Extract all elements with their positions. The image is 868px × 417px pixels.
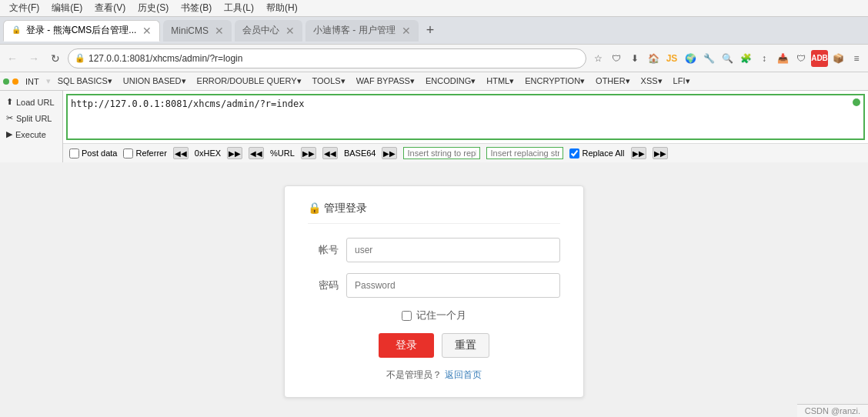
- tab-member[interactable]: 会员中心 ✕: [235, 20, 302, 42]
- menu-tools[interactable]: 工具(L): [218, 2, 260, 15]
- hackbar-sql-basics[interactable]: SQL BASICS▾: [54, 75, 116, 87]
- arrow-replace-1[interactable]: ▶▶: [631, 147, 646, 159]
- bottom-text: CSDN @ranzi.: [805, 406, 860, 413]
- arrow-right-b64[interactable]: ▶▶: [382, 147, 397, 159]
- login-button[interactable]: 登录: [379, 333, 434, 358]
- security-icon2[interactable]: 🛡: [793, 50, 810, 67]
- address-box[interactable]: 🔒 127.0.0.1:8081/xhcms/admin/?r=login: [68, 48, 586, 68]
- reset-button[interactable]: 重置: [442, 333, 489, 358]
- execute-button[interactable]: ▶ Execute: [0, 126, 62, 142]
- hackbar-int[interactable]: INT: [22, 76, 43, 87]
- menu-bar: 文件(F) 编辑(E) 查看(V) 历史(S) 书签(B) 工具(L) 帮助(H…: [0, 0, 868, 17]
- username-input[interactable]: [346, 238, 560, 262]
- load-url-button[interactable]: ⬆ Load URL: [0, 94, 62, 110]
- arrow-right-url[interactable]: ▶▶: [301, 147, 316, 159]
- hackbar-indicator: [853, 98, 860, 106]
- menu-edit[interactable]: 编辑(E): [45, 2, 88, 15]
- remember-checkbox[interactable]: [402, 311, 412, 321]
- earth-icon[interactable]: 🌍: [682, 50, 699, 67]
- bookmark-icon[interactable]: ☆: [589, 50, 606, 67]
- split-url-button[interactable]: ✂ Split URL: [0, 110, 62, 126]
- hackbar-url-area[interactable]: http://127.0.0.1:8081/xhcms/admin/?r=ind…: [66, 94, 865, 140]
- referrer-checkbox[interactable]: [123, 148, 133, 158]
- tab-minicms[interactable]: MiniCMS ✕: [163, 20, 232, 42]
- pocket-icon[interactable]: 📥: [774, 50, 791, 67]
- post-data-checkbox[interactable]: [69, 148, 79, 158]
- replace-string-field[interactable]: [486, 147, 563, 159]
- execute-label: Execute: [15, 130, 46, 139]
- menu-history[interactable]: 历史(S): [132, 2, 175, 15]
- arrow-replace-2[interactable]: ▶▶: [653, 147, 668, 159]
- password-input[interactable]: [346, 273, 560, 298]
- hex-label: 0xHEX: [195, 148, 221, 158]
- replace-all-checkbox[interactable]: [569, 148, 579, 158]
- replace-all-option[interactable]: Replace All: [569, 148, 624, 158]
- username-label: 帐号: [308, 243, 339, 257]
- hackbar-html[interactable]: HTML▾: [482, 75, 518, 87]
- menu-view[interactable]: 查看(V): [88, 2, 132, 15]
- hackbar-options: Post data Referrer ◀◀ 0xHEX ▶▶ ◀◀ %URL ▶…: [63, 143, 868, 162]
- hackbar-panel: ⬆ Load URL ✂ Split URL ▶ Execute http://…: [0, 91, 868, 162]
- menu-bookmarks[interactable]: 书签(B): [175, 2, 218, 15]
- tab-close-blog[interactable]: ✕: [402, 25, 411, 37]
- arrow-left-b64[interactable]: ◀◀: [322, 147, 338, 159]
- hackbar-tools[interactable]: TOOLS▾: [309, 75, 349, 87]
- remember-label: 记住一个月: [416, 309, 466, 322]
- sync-icon[interactable]: ↕: [756, 50, 773, 67]
- footer-text: 不是管理员？: [386, 369, 442, 380]
- toolbar-icons: ☆ 🛡 ⬇ 🏠 JS 🌍 🔧 🔍 🧩 ↕ 📥 🛡 ADB 📦 ≡: [589, 50, 865, 67]
- more-icon[interactable]: ≡: [848, 50, 865, 67]
- login-box: 🔒 管理登录 帐号 密码 记住一个月 登录 重置 不是管理员？ 返回首页: [284, 185, 584, 398]
- container-icon[interactable]: 📦: [830, 50, 846, 67]
- tab-close-xcms[interactable]: ✕: [142, 25, 152, 37]
- hackbar-xss[interactable]: XSS▾: [637, 75, 666, 87]
- shield-icon[interactable]: 🛡: [608, 50, 625, 67]
- tab-favicon-xcms: 🔒: [12, 25, 22, 36]
- address-bar-area: ← → ↻ 🔒 127.0.0.1:8081/xhcms/admin/?r=lo…: [0, 45, 868, 72]
- insert-string-field[interactable]: [403, 147, 480, 159]
- password-label: 密码: [308, 279, 339, 292]
- menu-file[interactable]: 文件(F): [3, 2, 45, 15]
- hackbar-union[interactable]: UNION BASED▾: [119, 75, 190, 87]
- refresh-button[interactable]: ↻: [46, 49, 65, 68]
- login-title: 🔒 管理登录: [308, 202, 560, 224]
- button-row: 登录 重置: [308, 333, 560, 358]
- hackbar-waf[interactable]: WAF BYPASS▾: [352, 75, 419, 87]
- referrer-option[interactable]: Referrer: [123, 148, 166, 158]
- replace-all-label: Replace All: [582, 148, 624, 158]
- forward-button[interactable]: →: [25, 49, 43, 68]
- home-icon[interactable]: 🏠: [645, 50, 662, 67]
- tab-xcms[interactable]: 🔒 登录 - 熊海CMS后台管理... ✕: [3, 20, 160, 42]
- download-icon[interactable]: ⬇: [626, 50, 643, 67]
- split-url-label: Split URL: [16, 114, 52, 123]
- footer-link[interactable]: 返回首页: [445, 369, 482, 380]
- tab-label-minicms: MiniCMS: [171, 25, 209, 36]
- username-row: 帐号: [308, 238, 560, 262]
- post-data-label: Post data: [82, 148, 117, 158]
- hackbar-lfi[interactable]: LFI▾: [669, 75, 694, 87]
- hackbar-url-text: http://127.0.0.1:8081/xhcms/admin/?r=ind…: [71, 98, 304, 109]
- new-tab-button[interactable]: +: [422, 22, 439, 38]
- extension-icon[interactable]: 🔧: [700, 50, 717, 67]
- tab-blog[interactable]: 小迪博客 - 用户管理 ✕: [305, 20, 419, 42]
- hackbar-main: http://127.0.0.1:8081/xhcms/admin/?r=ind…: [63, 91, 868, 162]
- hackbar-other[interactable]: OTHER▾: [592, 75, 634, 87]
- menu-help[interactable]: 帮助(H): [260, 2, 304, 15]
- hackbar-encryption[interactable]: ENCRYPTION▾: [521, 75, 589, 87]
- password-row: 密码: [308, 273, 560, 298]
- hackbar-encoding[interactable]: ENCODING▾: [422, 75, 479, 87]
- arrow-left-url[interactable]: ◀◀: [249, 147, 264, 159]
- arrow-right-hex[interactable]: ▶▶: [227, 147, 242, 159]
- hackbar-error[interactable]: ERROR/DOUBLE QUERY▾: [193, 75, 305, 87]
- tab-close-minicms[interactable]: ✕: [215, 25, 224, 37]
- search-icon[interactable]: 🔍: [719, 50, 736, 67]
- arrow-left-hex[interactable]: ◀◀: [173, 147, 189, 159]
- addon-icon[interactable]: 🧩: [737, 50, 754, 67]
- tab-label-member: 会员中心: [242, 24, 279, 37]
- persona-icon[interactable]: ADB: [811, 50, 828, 67]
- tab-close-member[interactable]: ✕: [285, 25, 295, 37]
- tab-label-xcms: 登录 - 熊海CMS后台管理...: [26, 24, 136, 37]
- back-button[interactable]: ←: [3, 49, 22, 68]
- post-data-option[interactable]: Post data: [69, 148, 117, 158]
- dot-green: [3, 78, 9, 85]
